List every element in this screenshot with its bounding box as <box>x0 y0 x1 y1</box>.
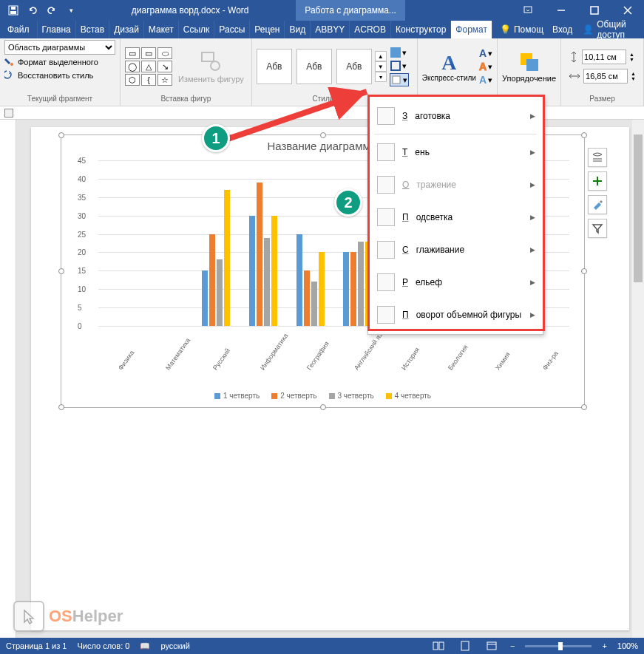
tab-file[interactable]: Файл <box>0 21 38 38</box>
effects-menu-item[interactable]: Подсветка▶ <box>368 201 543 234</box>
language-indicator[interactable]: русский <box>160 641 189 650</box>
tab-ссылк[interactable]: Ссылк <box>179 21 215 38</box>
effects-menu-item[interactable]: Заготовка▶ <box>368 100 543 132</box>
quick-access-toolbar: ▾ <box>0 1 84 19</box>
tab-рассы[interactable]: Рассы <box>214 21 250 38</box>
tab-abbyy[interactable]: ABBYY <box>311 21 350 38</box>
effect-preview-icon <box>377 273 395 291</box>
vertical-ruler[interactable] <box>0 120 16 638</box>
tab-конструктор[interactable]: Конструктор <box>391 21 451 38</box>
format-selection-button[interactable]: Формат выделенного <box>4 56 98 68</box>
change-shape-button: Изменить фигуру <box>175 48 247 85</box>
shape-gallery[interactable]: ▭▭⬭ ◯△↘ ⬡{☆ <box>125 47 172 86</box>
shape-style-gallery[interactable]: Абв Абв Абв <box>257 49 372 84</box>
tab-acrob[interactable]: ACROB <box>350 21 391 38</box>
login-link[interactable]: Вход <box>548 21 577 38</box>
shape-effects-button[interactable]: ▾ <box>390 73 409 86</box>
status-bar: Страница 1 из 1 Число слов: 0 📖 русский … <box>0 638 644 654</box>
annotation-badge-1: 1 <box>202 124 230 152</box>
close-button[interactable] <box>611 0 644 21</box>
tab-главна[interactable]: Главна <box>38 21 76 38</box>
tab-рецен[interactable]: Рецен <box>250 21 285 38</box>
effect-preview-icon <box>377 241 395 259</box>
gallery-more[interactable]: ▾ <box>375 72 387 82</box>
svg-rect-14 <box>526 59 538 71</box>
reset-style-button[interactable]: Восстановить стиль <box>4 69 93 81</box>
chart-elements-button[interactable] <box>588 171 607 191</box>
style-swatch[interactable]: Абв <box>257 49 292 84</box>
zoom-in-button[interactable]: + <box>602 641 606 650</box>
gallery-up[interactable]: ▲ <box>375 51 387 61</box>
svg-rect-3 <box>524 7 532 13</box>
effects-menu-item: Отражение▶ <box>368 168 543 201</box>
spin-down[interactable]: ▼ <box>631 76 636 81</box>
layout-options-button[interactable] <box>588 148 607 167</box>
style-swatch[interactable]: Абв <box>336 49 372 84</box>
chart-element-selector[interactable]: Область диаграммы <box>4 40 115 55</box>
arrange-icon <box>518 50 541 74</box>
svg-rect-11 <box>391 61 400 70</box>
effects-menu-item[interactable]: Сглаживание▶ <box>368 234 543 266</box>
chart-legend[interactable]: 1 четверть2 четверть3 четверть4 четверть <box>61 392 584 400</box>
svg-rect-9 <box>202 52 214 61</box>
style-swatch[interactable]: Абв <box>296 49 332 84</box>
chart-side-buttons <box>588 148 607 238</box>
group-label: Размер <box>566 93 639 104</box>
shape-fill-outline: ▾ ▾ ▾ <box>390 47 409 86</box>
tab-вид[interactable]: Вид <box>285 21 311 38</box>
text-fill-button[interactable]: A▾ <box>479 47 492 59</box>
chart-styles-button[interactable] <box>588 195 607 214</box>
arrange-button[interactable]: Упорядочение <box>502 50 556 83</box>
shape-fill-button[interactable]: ▾ <box>390 47 409 58</box>
shape-outline-button[interactable]: ▾ <box>390 60 409 72</box>
ribbon-tabs: Файл ГлавнаВставДизайМакетСсылкРассыРеце… <box>0 21 644 38</box>
gallery-down[interactable]: ▼ <box>375 61 387 72</box>
ribbon-options-button[interactable] <box>511 0 544 21</box>
tab-встав[interactable]: Встав <box>76 21 109 38</box>
spin-up[interactable]: ▲ <box>631 71 636 76</box>
effect-preview-icon <box>377 208 395 226</box>
effects-menu-item[interactable]: Рельеф▶ <box>368 266 543 299</box>
redo-button[interactable] <box>43 1 61 19</box>
save-button[interactable] <box>4 1 22 19</box>
svg-rect-21 <box>439 642 444 650</box>
width-input[interactable] <box>583 69 628 84</box>
annotation-badge-2: 2 <box>334 188 362 217</box>
horizontal-ruler[interactable] <box>0 106 644 120</box>
group-label: Вставка фигур <box>125 93 247 104</box>
tab-формат[interactable]: Формат <box>451 21 492 38</box>
tab-макет[interactable]: Макет <box>144 21 179 38</box>
vertical-scrollbar[interactable] <box>632 120 644 638</box>
shape-effects-menu: Заготовка▶Тень▶Отражение▶Подсветка▶Сглаж… <box>367 96 543 335</box>
zoom-level[interactable]: 100% <box>617 641 638 650</box>
height-input[interactable] <box>582 50 626 64</box>
text-effects-button[interactable]: A▾ <box>479 74 492 86</box>
spellcheck-icon[interactable]: 📖 <box>140 641 150 651</box>
maximize-button[interactable] <box>577 0 611 21</box>
print-layout-button[interactable] <box>457 639 473 653</box>
effects-menu-item[interactable]: Тень▶ <box>368 136 543 168</box>
window-controls <box>511 0 644 21</box>
share-button[interactable]: 👤Общий доступ <box>577 21 644 38</box>
express-styles-button[interactable]: A Экспресс-стили <box>422 51 476 82</box>
effects-menu-item[interactable]: Поворот объемной фигуры▶ <box>368 299 543 331</box>
word-count[interactable]: Число слов: 0 <box>77 641 129 650</box>
tab-дизай[interactable]: Дизай <box>109 21 144 38</box>
cursor-icon <box>13 601 44 632</box>
chart-filters-button[interactable] <box>588 219 607 238</box>
zoom-slider[interactable] <box>525 645 592 647</box>
effect-preview-icon <box>377 143 395 161</box>
text-outline-button[interactable]: A▾ <box>479 61 492 72</box>
page-indicator[interactable]: Страница 1 из 1 <box>6 641 67 650</box>
spin-up[interactable]: ▲ <box>629 52 634 57</box>
zoom-out-button[interactable]: − <box>510 641 515 650</box>
web-layout-button[interactable] <box>484 639 500 653</box>
spin-down[interactable]: ▼ <box>629 57 634 62</box>
minimize-button[interactable] <box>544 0 577 21</box>
tell-me[interactable]: 💡Помощ <box>495 21 548 38</box>
change-shape-icon <box>199 50 223 73</box>
qat-more-button[interactable]: ▾ <box>62 1 80 19</box>
gallery-scroll: ▲ ▼ ▾ <box>375 51 387 82</box>
undo-button[interactable] <box>24 1 41 19</box>
read-mode-button[interactable] <box>430 639 447 653</box>
